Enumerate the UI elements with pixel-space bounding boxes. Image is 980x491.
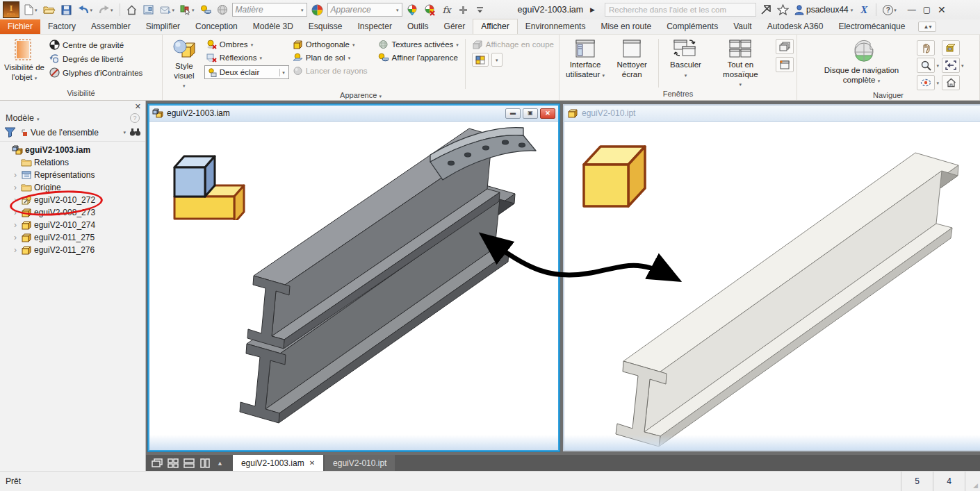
ribbon-tab-factory[interactable]: Factory [40, 19, 83, 34]
cascade-windows-button[interactable] [776, 39, 794, 54]
object-visibility-button[interactable]: Visibilité de l'objet ▾ [3, 38, 46, 82]
tree-item-relations[interactable]: Relations [0, 156, 145, 169]
zoom-dropdown-icon[interactable]: ▾ [936, 63, 939, 68]
view-representation-combo[interactable]: Vue de l'ensemble ▾ [19, 128, 126, 138]
resize-grip[interactable]: ◢ [965, 472, 980, 491]
new-document-button[interactable]: ▾ [22, 2, 39, 17]
ribbon-tab-mise-en-route[interactable]: Mise en route [593, 19, 659, 34]
close-tab-icon[interactable]: ✕ [309, 459, 315, 467]
expand-arrow-icon[interactable]: › [12, 208, 19, 217]
ribbon-tab-simplifier[interactable]: Simplifier [138, 19, 188, 34]
open-button[interactable] [42, 2, 57, 17]
ribbon-tab-fichier[interactable]: Fichier [0, 19, 40, 34]
panel-label-apparence[interactable]: Apparence ▾ [163, 90, 559, 100]
child-close-button[interactable]: ✕ [540, 108, 555, 119]
browser-close-icon[interactable]: ✕ [0, 101, 145, 112]
ribbon-collapse-button[interactable]: ▲▾ [918, 22, 936, 32]
favorites-button[interactable] [776, 2, 790, 17]
parameters-button[interactable]: fx [440, 2, 454, 17]
ribbon-tab-afficher[interactable]: Afficher [473, 19, 517, 34]
help-search-input[interactable]: Recherche dans l'aide et les com [605, 3, 756, 17]
child-restore-button[interactable]: ▣ [523, 108, 538, 119]
search-help-button[interactable] [759, 2, 773, 17]
child-minimize-button[interactable]: ▬ [505, 108, 521, 119]
browser-title[interactable]: Modèle▾ [6, 113, 40, 123]
quarter-section-button[interactable]: ▾ [470, 52, 556, 67]
ray-tracing-button[interactable]: Lancer de rayons [291, 65, 375, 76]
iconstraint-glyphs-button[interactable]: Glyphes d'iContraintes [47, 67, 145, 78]
globe-button[interactable] [215, 2, 229, 17]
ribbon-tab-electrom-canique[interactable]: Electromécanique [831, 19, 913, 34]
doc-tab-eguiv2-1003-iam[interactable]: eguiV2-1003.iam✕ [233, 455, 323, 471]
title-expand-icon[interactable]: ▶ [590, 6, 595, 13]
tree-item-repr-sentations[interactable]: ›Représentations [0, 169, 145, 181]
save-button[interactable] [60, 2, 74, 17]
tabbar-expand-icon[interactable]: ▲ [217, 460, 223, 467]
ribbon-tab-outils[interactable]: Outils [400, 19, 436, 34]
textures-button[interactable]: Textures activées▾ [376, 39, 460, 50]
expand-arrow-icon[interactable]: › [12, 183, 19, 192]
redo-button[interactable]: ▾ [97, 2, 115, 17]
home-view-button[interactable] [942, 75, 960, 90]
window-minimize-button[interactable]: — [908, 5, 916, 15]
expand-arrow-icon[interactable]: › [12, 220, 19, 230]
ribbon-tab-g-rer[interactable]: Gérer [436, 19, 473, 34]
ribbon-tab-assembler[interactable]: Assembler [83, 19, 138, 34]
screen-button[interactable] [142, 2, 156, 17]
home-button[interactable] [125, 2, 139, 17]
section-view-button[interactable]: Affichage en coupe [470, 39, 556, 50]
material-ball-button[interactable] [199, 2, 213, 17]
cascade-view-icon[interactable] [152, 458, 163, 468]
ribbon-tab-autodesk-a360[interactable]: Autodesk A360 [760, 19, 831, 34]
material-combo[interactable]: Matière▾ [232, 3, 307, 17]
switch-windows-button[interactable]: Basculer▾ [666, 38, 705, 79]
expand-arrow-icon[interactable]: › [12, 195, 19, 205]
pan-button[interactable] [917, 40, 935, 56]
tree-item-eguiv2-011-275[interactable]: ›eguiV2-011_275 [0, 231, 145, 244]
color-wheel-button[interactable] [310, 2, 325, 17]
user-interface-button[interactable]: Interface utilisateur ▾ [562, 38, 608, 79]
degrees-of-freedom-button[interactable]: Degrés de liberté [47, 53, 145, 65]
exchange-apps-button[interactable]: X [857, 2, 871, 17]
visual-style-button[interactable]: Style visuel▾ [165, 38, 203, 90]
zoom-button[interactable] [917, 58, 935, 73]
switch-environment-button[interactable]: ▾ [179, 2, 196, 17]
ribbon-tab-inspecter[interactable]: Inspecter [350, 19, 400, 34]
appearance-combo[interactable]: Apparence▾ [327, 3, 402, 17]
orthographic-button[interactable]: Orthogonale▾ [291, 39, 375, 50]
find-binoculars-icon[interactable] [129, 128, 141, 137]
center-of-gravity-button[interactable]: Centre de gravité [47, 39, 145, 51]
clean-screen-button[interactable]: Nettoyer écran [612, 38, 651, 79]
tree-item-eguiv2-011-276[interactable]: ›eguiV2-011_276 [0, 244, 145, 256]
tile-all-button[interactable]: Tout en mosaïque▾ [710, 38, 771, 89]
part-window-titlebar[interactable]: eguiV2-010.ipt ▬ ▣ ✕ [564, 106, 980, 122]
ribbon-tab-compl-ments[interactable]: Compléments [659, 19, 726, 34]
tree-item-eguiv2-008-273[interactable]: ›eguiV2-008_273 [0, 206, 145, 219]
tile-vertical-icon[interactable] [199, 458, 211, 468]
new-window-button[interactable] [776, 57, 794, 72]
user-account-button[interactable]: psacleux44▾ [793, 2, 854, 17]
browser-help-icon[interactable]: ? [130, 113, 140, 123]
ribbon-tab-esquisse[interactable]: Esquisse [301, 19, 350, 34]
tree-item-eguiv2-1003-iam[interactable]: eguiV2-1003.iam [0, 144, 145, 156]
fit-dropdown-icon[interactable]: ▾ [961, 63, 964, 68]
ribbon-tab-mod-le-3d[interactable]: Modèle 3D [245, 19, 301, 34]
part-viewport[interactable] [564, 122, 980, 450]
tree-item-eguiv2-010-272[interactable]: ›eguiV2-010_272 [0, 194, 145, 206]
help-button[interactable]: ?▾ [881, 2, 898, 17]
assembly-viewport[interactable] [149, 122, 558, 450]
refine-appearance-button[interactable]: Affiner l'apparence [376, 52, 460, 63]
ground-plane-button[interactable]: Plan de sol▾ [291, 52, 375, 63]
inventor-logo[interactable]: IPRO [3, 1, 19, 18]
add-qat-button[interactable] [457, 2, 471, 17]
share-button[interactable]: ▾ [158, 2, 177, 17]
navigation-wheel-button[interactable]: Disque de navigation complète ▾ [812, 38, 910, 85]
reflections-button[interactable]: Réflexions▾ [204, 52, 289, 63]
expand-arrow-icon[interactable]: › [12, 245, 19, 255]
orbit-dropdown-icon[interactable]: ▾ [936, 81, 939, 85]
clear-appearance-button[interactable] [423, 2, 437, 17]
zoom-fit-button[interactable] [942, 58, 960, 73]
look-at-button[interactable] [942, 40, 960, 56]
customize-qat-button[interactable] [473, 2, 487, 17]
adjust-appearance-button[interactable] [405, 2, 420, 17]
